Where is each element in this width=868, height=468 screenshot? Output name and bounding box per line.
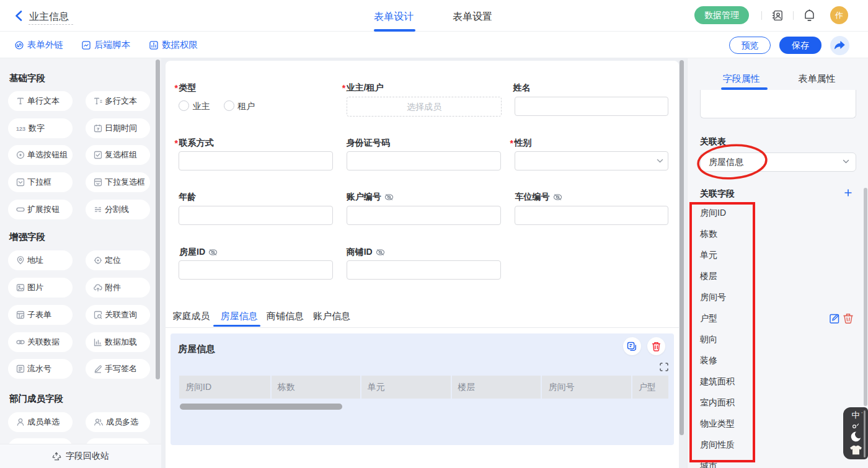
svg-text:123: 123 xyxy=(16,126,25,132)
